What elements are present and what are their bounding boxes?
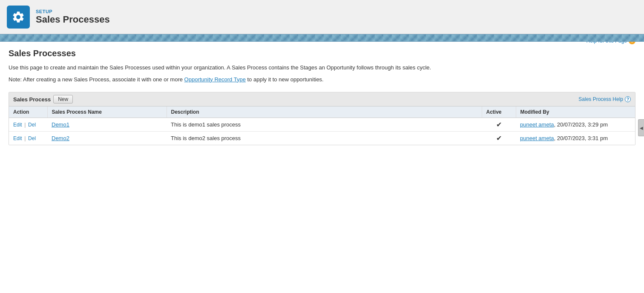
opportunity-record-type-link[interactable]: Opportunity Record Type	[184, 76, 246, 83]
modified-by-cell-0: puneet ameta, 20/07/2023, 3:29 pm	[516, 118, 635, 132]
new-button[interactable]: New	[53, 95, 73, 103]
table-section-title: Sales Process	[13, 96, 51, 103]
col-header-action: Action	[9, 106, 47, 118]
del-link-1[interactable]: Del	[28, 135, 36, 141]
side-collapse-tab[interactable]: ◀	[638, 119, 644, 136]
gear-icon	[12, 10, 25, 24]
page-description: Use this page to create and maintain the…	[9, 63, 635, 72]
header-text: SETUP Sales Processes	[36, 9, 110, 25]
col-header-modified-by: Modified By	[516, 106, 635, 118]
table-header-columns: Action Sales Process Name Description Ac…	[9, 106, 635, 118]
sales-process-table-section: Sales Process New Sales Process Help ? A…	[9, 92, 635, 145]
header-icon	[7, 6, 30, 29]
active-cell-1: ✔	[482, 132, 516, 145]
header-title: Sales Processes	[36, 14, 110, 25]
col-header-description: Description	[167, 106, 482, 118]
action-cell: Edit | Del	[9, 118, 47, 132]
name-cell-1: Demo2	[47, 132, 167, 145]
sales-process-help-link[interactable]: Sales Process Help	[578, 96, 623, 102]
description-cell-1: This is demo2 sales process	[167, 132, 482, 145]
table-header-actions: Sales Process New	[13, 95, 73, 103]
table-header-right: Sales Process Help ?	[578, 96, 631, 102]
active-cell-0: ✔	[482, 118, 516, 132]
action-cell: Edit | Del	[9, 132, 47, 145]
modified-by-link-0[interactable]: puneet ameta	[520, 121, 554, 128]
action-separator-1: |	[24, 135, 26, 141]
decorative-banner	[0, 34, 644, 42]
edit-link-1[interactable]: Edit	[13, 135, 22, 141]
record-name-link-1[interactable]: Demo2	[52, 135, 69, 141]
table-header-row: Sales Process New Sales Process Help ?	[9, 92, 635, 106]
note-suffix: to apply it to new opportunities.	[246, 76, 324, 83]
modified-by-cell-1: puneet ameta, 20/07/2023, 3:31 pm	[516, 132, 635, 145]
edit-link-0[interactable]: Edit	[13, 122, 22, 128]
sales-process-data-table: Action Sales Process Name Description Ac…	[9, 106, 635, 145]
sales-process-help-icon[interactable]: ?	[625, 96, 631, 102]
page-note: Note: After creating a new Sales Process…	[9, 75, 635, 84]
record-name-link-0[interactable]: Demo1	[52, 121, 69, 128]
action-separator-0: |	[24, 122, 26, 128]
col-header-active: Active	[482, 106, 516, 118]
col-header-name: Sales Process Name	[47, 106, 167, 118]
main-content: Help for this Page ? Sales Processes Use…	[0, 42, 644, 293]
page-title: Sales Processes	[9, 49, 635, 58]
active-checkmark-0: ✔	[496, 121, 502, 128]
page-header: SETUP Sales Processes	[0, 0, 644, 34]
setup-label: SETUP	[36, 9, 110, 14]
del-link-0[interactable]: Del	[28, 122, 36, 128]
modified-by-link-1[interactable]: puneet ameta	[520, 135, 554, 141]
note-prefix: Note: After creating a new Sales Process…	[9, 76, 184, 83]
description-cell-0: This is demo1 sales process	[167, 118, 482, 132]
active-checkmark-1: ✔	[496, 135, 502, 142]
table-row: Edit | Del Demo2 This is demo2 sales pro…	[9, 132, 635, 145]
table-row: Edit | Del Demo1 This is demo1 sales pro…	[9, 118, 635, 132]
name-cell-0: Demo1	[47, 118, 167, 132]
collapse-arrow-icon: ◀	[640, 126, 643, 130]
